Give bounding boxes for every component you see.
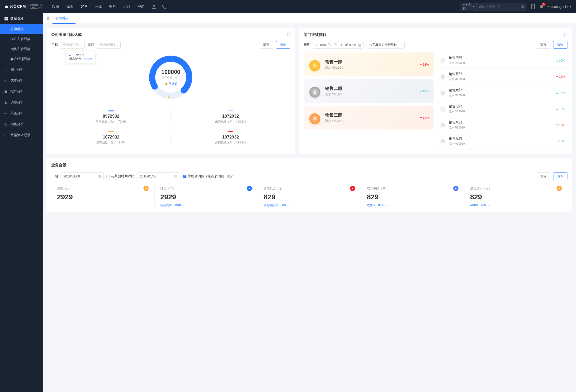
expand-icon[interactable]: ⛶ bbox=[564, 33, 568, 37]
kpi-sub-link[interactable]: 机会有效率：80% ? bbox=[263, 203, 355, 207]
rank-row[interactable]: 5销售五部流水 ¥19020▾ 12% bbox=[437, 69, 568, 85]
rank-row[interactable]: 8销售八部流水 ¥19020▾ 12% bbox=[437, 117, 568, 133]
reset-button[interactable]: 重置 bbox=[536, 41, 550, 49]
nav-item[interactable]: 线索 bbox=[66, 4, 73, 9]
sidebar-link[interactable]: ♟访客分析 bbox=[0, 97, 43, 108]
toggle-sidebar-icon[interactable]: ☰ bbox=[47, 17, 50, 20]
rank-row[interactable]: 9销售九部流水 ¥19020▴ 10% bbox=[437, 133, 568, 150]
query-button[interactable]: 查询 bbox=[276, 41, 290, 49]
svg-rect-4 bbox=[4, 17, 6, 19]
kpi-sub-link[interactable]: 机会成本：¥948 ? bbox=[160, 203, 252, 207]
tab-label: 公司看板 bbox=[55, 16, 69, 20]
user-menu[interactable]: manager11 ▾ bbox=[548, 5, 571, 8]
svg-rect-3 bbox=[532, 4, 534, 9]
search-input[interactable] bbox=[477, 5, 521, 8]
label-date: 日期 bbox=[51, 174, 58, 179]
menu-icon: ▭ bbox=[4, 133, 8, 137]
nav-item[interactable]: 公海 bbox=[95, 4, 102, 9]
sidebar-item[interactable]: 客户经理看板 bbox=[0, 54, 43, 64]
date-input[interactable]: 2018/01/08▤ bbox=[61, 173, 104, 180]
tab-company-board[interactable]: 公司看板 ✕ bbox=[53, 13, 76, 24]
reset-button[interactable]: 重置 bbox=[259, 41, 273, 49]
menu-icon: ▽ bbox=[4, 68, 8, 71]
rank-row[interactable]: 7销售七部流水 ¥19020▴ 10% bbox=[437, 101, 568, 117]
date-range-input[interactable]: 2018/01/08至2018/01/08 ▤ bbox=[313, 41, 364, 49]
cash-checkbox[interactable]: 按现金消费（返点后消费）统计 bbox=[183, 174, 234, 179]
panel-goals: 公司业绩目标达成 ⛶ 目标 请选择目标▾ 周期 请选择周期▾ 重置 查询 107… bbox=[47, 28, 295, 154]
medal-icon: 3 bbox=[308, 111, 321, 125]
kpi-sub-link[interactable]: 成交率：80% ? bbox=[367, 203, 459, 207]
rank-card[interactable]: 1销售一部流水 ¥10,900▾ 12% bbox=[304, 53, 434, 76]
metric: 8972932已完成量（元）|70.9% bbox=[51, 107, 171, 128]
nav-item[interactable]: 运营 bbox=[123, 4, 130, 9]
nav-item[interactable]: 客户 bbox=[81, 4, 87, 9]
select-period[interactable]: 请选择周期▾ bbox=[97, 41, 121, 49]
sidebar-link[interactable]: ◎销售分析 bbox=[0, 119, 43, 130]
calendar-icon: ▤ bbox=[174, 174, 177, 178]
sidebar-item[interactable]: 公司看板 bbox=[0, 24, 43, 34]
rank-card[interactable]: 3销售三部流水 ¥10,900▾ 12% bbox=[304, 106, 434, 129]
sidebar-group-header[interactable]: 数据看板 ︿ bbox=[0, 13, 43, 24]
sidebar-link[interactable]: ☗推广分析 bbox=[0, 86, 43, 97]
donut-label: 目标总量（元） bbox=[162, 76, 180, 79]
select-stat-mode[interactable]: 按工单客户经理统计▾ bbox=[367, 41, 404, 49]
chevron-up-icon: ︿ bbox=[36, 17, 38, 20]
topbar: 云朵CRM 教育机构一站式服务云平台 数据线索客户公海财务运营报名 手机号码▾ … bbox=[0, 0, 576, 13]
search-icon[interactable] bbox=[521, 5, 524, 8]
kpi-icon: ● bbox=[350, 186, 355, 191]
sidebar-item[interactable]: 推广主管看板 bbox=[0, 34, 43, 44]
logo[interactable]: 云朵CRM 教育机构一站式服务云平台 bbox=[5, 4, 42, 9]
kpi-card: 成交流水（元）●829ARPU：¥80 ? bbox=[464, 186, 568, 207]
label-date: 日期 bbox=[304, 43, 310, 47]
rank-row[interactable]: 6销售六部流水 ¥19020▴ 10% bbox=[437, 85, 568, 101]
sidebar-item[interactable]: 销售主管看板 bbox=[0, 44, 43, 54]
metric: 1072932未完成量（元）|20.9% bbox=[171, 107, 290, 128]
select-target[interactable]: 请选择目标▾ bbox=[61, 41, 85, 49]
sidebar-link[interactable]: ◷成本分析 bbox=[0, 75, 43, 86]
user-icon[interactable] bbox=[152, 4, 156, 9]
cloud-icon bbox=[5, 5, 8, 8]
achieved-badge: 👍已达成 bbox=[164, 82, 177, 86]
medal-icon: 1 bbox=[308, 57, 321, 71]
sidebar-link[interactable]: ⚯渠道分析 bbox=[0, 108, 43, 119]
nav-item[interactable]: 财务 bbox=[109, 4, 116, 9]
main-content: ☰ 公司看板 ✕ 公司业绩目标达成 ⛶ 目标 请选择目标▾ 周期 请选择周期▾ bbox=[43, 13, 576, 392]
menu-icon: ◎ bbox=[4, 122, 8, 126]
help-icon[interactable]: ? bbox=[182, 204, 185, 207]
search-bar[interactable]: 手机号码▾ bbox=[460, 3, 527, 11]
panel-ranking: 部门业绩排行 ⛶ 日期 2018/01/08至2018/01/08 ▤ 按工单客… bbox=[299, 28, 572, 154]
nav-item[interactable]: 数据 bbox=[52, 4, 59, 9]
rank-card[interactable]: 2销售二部流水 ¥10,900▴ 10% bbox=[304, 79, 434, 103]
svg-rect-5 bbox=[6, 17, 8, 19]
expand-icon[interactable]: ⛶ bbox=[287, 33, 290, 37]
logo-sub: 教育机构一站式服务云平台 bbox=[28, 4, 42, 9]
svg-point-0 bbox=[153, 5, 155, 7]
reset-button[interactable]: 重置 bbox=[536, 173, 550, 180]
sidebar-link[interactable]: ▽漏斗分析 bbox=[0, 64, 43, 75]
close-icon[interactable]: ✕ bbox=[71, 17, 73, 20]
donut-chart[interactable]: 100000 目标总量（元） 👍已达成 bbox=[147, 54, 195, 101]
phone-icon[interactable] bbox=[161, 4, 166, 9]
svg-line-2 bbox=[524, 7, 524, 8]
help-icon[interactable]: ? bbox=[487, 204, 490, 207]
menu-icon: ⚯ bbox=[4, 111, 8, 115]
kpi-card: 消费（元）●2929 bbox=[51, 186, 154, 207]
logo-text: 云朵CRM bbox=[9, 4, 26, 9]
sidebar-link[interactable]: ▭数据流转记录 bbox=[0, 130, 43, 141]
mobile-icon[interactable] bbox=[531, 4, 535, 9]
label-target: 目标 bbox=[51, 43, 58, 47]
kpi-icon: ● bbox=[453, 186, 459, 191]
query-button[interactable]: 查询 bbox=[553, 173, 568, 180]
notification-bell[interactable]: 5 bbox=[539, 4, 544, 9]
nav-item[interactable]: 报名 bbox=[138, 4, 144, 9]
menu-icon: ☗ bbox=[4, 90, 8, 93]
help-icon[interactable]: ? bbox=[287, 204, 290, 207]
date-input-2[interactable]: 2018/01/08▤ bbox=[137, 173, 180, 180]
rank-row[interactable]: 4销售四部流水 ¥19020▴ 10% bbox=[437, 53, 568, 69]
compare-checkbox[interactable]: 与其他时间对比 bbox=[106, 174, 134, 179]
query-button[interactable]: 查询 bbox=[553, 41, 568, 49]
nav-icons bbox=[152, 4, 166, 9]
kpi-sub-link[interactable]: ARPU：¥80 ? bbox=[470, 203, 562, 207]
help-icon[interactable]: ? bbox=[385, 204, 388, 207]
search-type-select[interactable]: 手机号码▾ bbox=[462, 2, 477, 11]
